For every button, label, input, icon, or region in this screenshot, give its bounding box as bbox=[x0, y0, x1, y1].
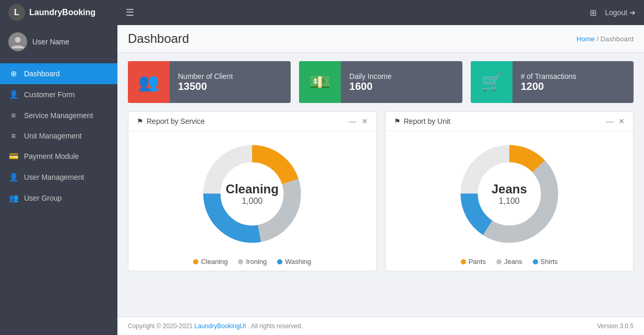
stat-card-transactions: 🛒 # of Transactions 1200 bbox=[471, 61, 634, 103]
service-chart-title: Report by Service bbox=[147, 117, 205, 125]
clients-value: 13500 bbox=[178, 80, 233, 93]
main-content: Dashboard Home / Dashboard 👥 Number of C… bbox=[117, 25, 644, 335]
content-body: 👥 Number of Client 13500 💵 Daily Income … bbox=[117, 53, 644, 317]
stat-card-clients: 👥 Number of Client 13500 bbox=[128, 61, 291, 103]
sidebar-item-label: Payment Module bbox=[24, 152, 79, 160]
user-group-icon: 👥 bbox=[8, 193, 19, 203]
service-minimize-button[interactable]: — bbox=[349, 117, 356, 125]
sidebar-nav: ⊕ Dashboard 👤 Customer Form ≡ Service Ma… bbox=[0, 59, 117, 213]
sidebar: User Name ⊕ Dashboard 👤 Customer Form ≡ … bbox=[0, 25, 117, 335]
unit-flag-icon: ⚑ bbox=[394, 117, 401, 125]
shirts-legend-label: Shirts bbox=[541, 258, 558, 265]
service-close-button[interactable]: ✕ bbox=[362, 117, 368, 125]
jeans-legend-label: Jeans bbox=[504, 258, 522, 265]
sidebar-item-service-management[interactable]: ≡ Service Management bbox=[0, 105, 117, 125]
shirts-legend-dot bbox=[533, 259, 538, 264]
sidebar-item-label: Customer Form bbox=[24, 90, 75, 99]
avatar bbox=[8, 32, 27, 51]
sidebar-item-payment-module[interactable]: 💳 Payment Module bbox=[0, 146, 117, 167]
footer-version: Version 3.0.5 bbox=[597, 322, 634, 330]
unit-minimize-button[interactable]: — bbox=[606, 117, 613, 125]
hamburger-menu[interactable]: ☰ bbox=[126, 7, 134, 18]
sidebar-item-label: User Group bbox=[24, 194, 62, 202]
pants-legend-dot bbox=[461, 259, 466, 264]
footer-brand-link[interactable]: LaundryBookingUI bbox=[195, 322, 246, 330]
cleaning-legend-dot bbox=[193, 259, 198, 264]
service-donut-center: Cleaning 1,000 bbox=[226, 182, 279, 206]
footer: Copyright © 2020-2021 LaundryBookingUI .… bbox=[117, 317, 644, 335]
unit-management-icon: ≡ bbox=[8, 131, 19, 140]
cleaning-legend-label: Cleaning bbox=[201, 258, 228, 265]
sidebar-item-customer-form[interactable]: 👤 Customer Form bbox=[0, 84, 117, 105]
service-donut-chart: Cleaning 1,000 bbox=[195, 136, 309, 251]
sidebar-user: User Name bbox=[0, 25, 117, 59]
service-chart-body: Cleaning 1,000 Cleaning Ironing bbox=[128, 131, 376, 271]
service-flag-icon: ⚑ bbox=[137, 117, 144, 125]
sidebar-item-label: Service Management bbox=[24, 111, 93, 120]
stat-card-income: 💵 Daily Income 1600 bbox=[299, 61, 462, 103]
breadcrumb-home[interactable]: Home bbox=[577, 35, 595, 43]
unit-close-button[interactable]: ✕ bbox=[618, 117, 625, 125]
service-legend: Cleaning Ironing Washing bbox=[193, 258, 311, 265]
service-chart-header: ⚑ Report by Service — ✕ bbox=[128, 112, 376, 131]
dashboard-icon: ⊕ bbox=[8, 69, 19, 78]
brand-area: L LaundryBooking bbox=[8, 4, 126, 21]
sidebar-item-label: Dashboard bbox=[24, 70, 60, 78]
unit-center-label: Jeans bbox=[492, 182, 527, 197]
transactions-label: # of Transactions bbox=[521, 72, 577, 80]
stat-cards: 👥 Number of Client 13500 💵 Daily Income … bbox=[128, 61, 634, 103]
ironing-legend-label: Ironing bbox=[246, 258, 267, 265]
unit-chart-panel: ⚑ Report by Unit — ✕ bbox=[385, 111, 634, 271]
service-management-icon: ≡ bbox=[8, 111, 19, 120]
income-icon: 💵 bbox=[299, 61, 341, 103]
payment-module-icon: 💳 bbox=[8, 152, 19, 161]
user-name: User Name bbox=[32, 38, 69, 46]
sidebar-item-label: Unit Management bbox=[24, 132, 82, 140]
ironing-legend-dot bbox=[238, 259, 243, 264]
customer-form-icon: 👤 bbox=[8, 90, 19, 99]
clients-icon: 👥 bbox=[128, 61, 170, 103]
breadcrumb: Home / Dashboard bbox=[577, 35, 634, 43]
svg-point-0 bbox=[15, 37, 21, 43]
page-title: Dashboard bbox=[128, 31, 189, 46]
unit-donut-center: Jeans 1,100 bbox=[492, 182, 527, 206]
topnav-right: ⊞ Logout ➜ bbox=[590, 8, 636, 18]
sidebar-item-dashboard[interactable]: ⊕ Dashboard bbox=[0, 63, 117, 84]
unit-donut-chart: Jeans 1,100 bbox=[452, 136, 567, 251]
chart-row: ⚑ Report by Service — ✕ bbox=[128, 111, 634, 271]
brand-logo: L bbox=[8, 4, 25, 21]
unit-chart-header: ⚑ Report by Unit — ✕ bbox=[386, 112, 634, 131]
service-center-value: 1,000 bbox=[226, 197, 279, 206]
unit-center-value: 1,100 bbox=[492, 197, 527, 206]
user-management-icon: 👤 bbox=[8, 172, 19, 182]
income-value: 1600 bbox=[349, 80, 391, 93]
content-header: Dashboard Home / Dashboard bbox=[117, 25, 644, 53]
top-navbar: L LaundryBooking ☰ ⊞ Logout ➜ bbox=[0, 0, 644, 25]
sidebar-item-unit-management[interactable]: ≡ Unit Management bbox=[0, 125, 117, 146]
pants-legend-label: Pants bbox=[469, 258, 486, 265]
income-label: Daily Income bbox=[349, 72, 391, 80]
transactions-value: 1200 bbox=[521, 80, 577, 93]
breadcrumb-current: Dashboard bbox=[600, 35, 634, 43]
jeans-legend-dot bbox=[496, 259, 502, 264]
washing-legend-dot bbox=[277, 259, 282, 264]
brand-name: LaundryBooking bbox=[29, 8, 96, 17]
unit-chart-body: Jeans 1,100 Pants Jeans bbox=[386, 131, 634, 271]
transactions-icon: 🛒 bbox=[471, 61, 512, 103]
clients-label: Number of Client bbox=[178, 72, 233, 80]
logout-button[interactable]: Logout ➜ bbox=[605, 8, 636, 17]
grid-icon[interactable]: ⊞ bbox=[590, 8, 597, 18]
logout-icon: ➜ bbox=[629, 8, 636, 17]
sidebar-item-user-management[interactable]: 👤 User Management bbox=[0, 167, 117, 188]
sidebar-item-label: User Management bbox=[24, 173, 84, 181]
service-chart-panel: ⚑ Report by Service — ✕ bbox=[128, 111, 377, 271]
unit-legend: Pants Jeans Shirts bbox=[461, 258, 558, 265]
sidebar-item-user-group[interactable]: 👥 User Group bbox=[0, 188, 117, 209]
washing-legend-label: Washing bbox=[285, 258, 311, 265]
service-center-label: Cleaning bbox=[226, 182, 279, 197]
footer-copyright: Copyright © 2020-2021 LaundryBookingUI .… bbox=[128, 322, 303, 330]
unit-chart-title: Report by Unit bbox=[404, 117, 450, 125]
